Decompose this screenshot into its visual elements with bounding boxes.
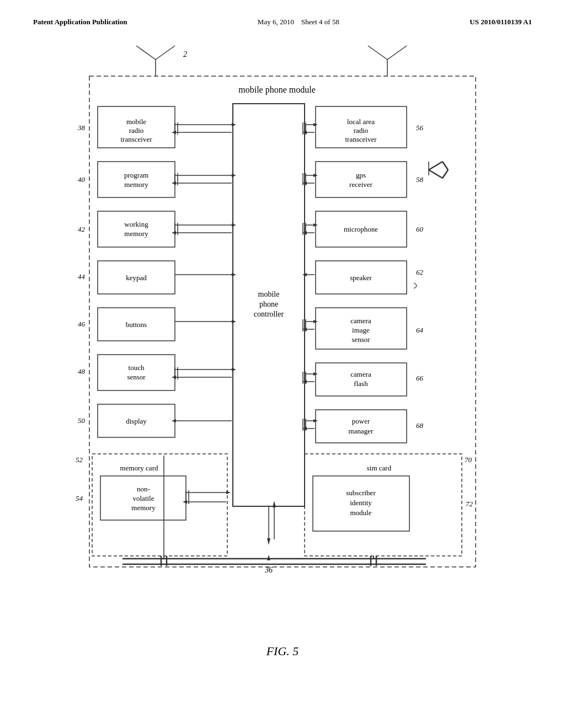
svg-marker-41 [232, 320, 236, 323]
box-46-label: buttons [126, 320, 147, 329]
box-58-label: gps [356, 171, 366, 179]
num-46: 46 [78, 320, 86, 328]
box-62-label: speaker [350, 274, 372, 282]
memory-card-label: memory card [120, 464, 158, 472]
svg-marker-47 [172, 376, 176, 379]
header-patent: US 2010/0110139 A1 [470, 18, 532, 26]
num-40: 40 [78, 175, 86, 184]
svg-text:phone: phone [259, 300, 278, 308]
box-40-label: program [124, 171, 148, 179]
svg-text:flash: flash [354, 379, 368, 388]
svg-rect-62 [316, 162, 407, 197]
num-50: 50 [78, 416, 86, 425]
svg-marker-22 [232, 174, 236, 177]
svg-marker-115 [226, 491, 231, 494]
svg-text:memory: memory [124, 229, 148, 238]
svg-marker-138 [267, 555, 270, 560]
num-62: 62 [416, 268, 424, 276]
svg-marker-37 [232, 273, 236, 276]
box-48-label: touch [129, 363, 145, 372]
svg-marker-45 [232, 368, 236, 371]
svg-text:controller: controller [254, 310, 284, 318]
patent-diagram: mobile phone module 2 mobile phone contr… [45, 43, 520, 639]
svg-text:sensor: sensor [351, 335, 370, 344]
header-center: May 6, 2010 Sheet 4 of 58 [258, 18, 339, 26]
svg-text:receiver: receiver [349, 180, 373, 189]
svg-line-6 [387, 46, 407, 60]
svg-text:manager: manager [349, 427, 374, 435]
svg-text:radio: radio [354, 126, 369, 135]
svg-rect-110 [92, 454, 227, 556]
num-48: 48 [78, 367, 86, 376]
label-2-antenna: 2 [183, 50, 187, 58]
svg-line-67 [443, 162, 448, 170]
svg-text:sensor: sensor [127, 373, 146, 381]
box-72-label: subscriber [346, 489, 376, 497]
box-38-label: mobile [126, 117, 146, 126]
svg-line-65 [429, 162, 443, 170]
num-66: 66 [416, 374, 424, 382]
box-68-label: power [352, 417, 370, 425]
svg-text:transceiver: transceiver [345, 135, 377, 143]
svg-marker-30 [232, 223, 236, 227]
svg-rect-0 [89, 76, 476, 567]
diagram-area: mobile phone module 2 mobile phone contr… [0, 32, 565, 670]
box-60-label: microphone [344, 225, 378, 233]
num-36: 36 [264, 566, 273, 574]
num-52: 52 [76, 456, 83, 464]
num-72: 72 [466, 500, 473, 508]
num-58: 58 [416, 175, 424, 184]
header-publication: Patent Application Publication [33, 18, 127, 26]
svg-line-3 [156, 46, 175, 60]
svg-marker-14 [232, 123, 236, 126]
svg-rect-19 [98, 162, 175, 197]
module-title: mobile phone module [238, 85, 316, 95]
num-42: 42 [78, 225, 86, 233]
svg-text:memory: memory [131, 504, 156, 512]
svg-text:volatile: volatile [133, 494, 154, 502]
controller-label: mobile [258, 290, 280, 298]
svg-marker-32 [172, 231, 176, 234]
num-44: 44 [78, 272, 86, 281]
svg-marker-24 [172, 181, 176, 185]
num-38: 38 [77, 124, 86, 132]
svg-text:transceiver: transceiver [120, 135, 152, 143]
svg-text:memory: memory [124, 180, 148, 189]
svg-text:image: image [352, 326, 370, 334]
box-50-label: display [126, 417, 147, 425]
figure-label: FIG. 5 [266, 644, 299, 659]
svg-marker-125 [267, 538, 270, 545]
box-42-label: working [124, 220, 148, 228]
svg-marker-16 [172, 131, 176, 134]
num-64: 64 [416, 326, 424, 334]
svg-text:radio: radio [129, 126, 144, 135]
svg-text:identity: identity [350, 499, 372, 507]
page-header: Patent Application Publication May 6, 20… [0, 0, 565, 32]
svg-line-2 [136, 46, 156, 60]
num-70: 70 [465, 456, 472, 464]
svg-marker-117 [183, 500, 187, 504]
svg-line-68 [443, 170, 448, 178]
num-56: 56 [416, 124, 424, 132]
num-60: 60 [416, 225, 424, 233]
box-44-label: keypad [126, 274, 147, 282]
box-54-label: non- [137, 485, 150, 493]
box-56-label: local area [347, 117, 375, 126]
box-64-label: camera [350, 317, 371, 325]
svg-marker-52 [172, 419, 176, 422]
sim-card-label: sim card [367, 464, 392, 472]
num-68: 68 [416, 421, 424, 430]
svg-marker-127 [273, 501, 276, 507]
num-54: 54 [76, 494, 83, 502]
svg-text:module: module [350, 508, 372, 517]
svg-line-5 [368, 46, 387, 60]
svg-line-66 [429, 170, 443, 178]
box-66-label: camera [350, 370, 371, 378]
svg-rect-102 [316, 410, 407, 443]
